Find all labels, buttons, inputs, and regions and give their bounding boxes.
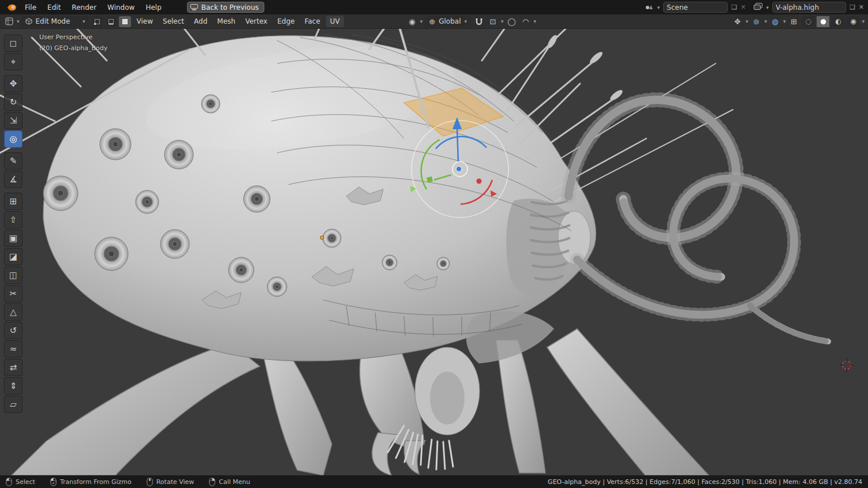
- gizmo-median-dot[interactable]: [457, 167, 462, 172]
- vertex-select-button[interactable]: [91, 16, 103, 27]
- menu-add[interactable]: Add: [190, 16, 211, 27]
- snap-magnet-icon[interactable]: [473, 16, 485, 27]
- scale-icon: ⇲: [10, 115, 17, 126]
- blender-logo-icon[interactable]: [4, 2, 19, 13]
- tool-transform[interactable]: ◎: [4, 130, 23, 148]
- menu-window[interactable]: Window: [102, 2, 140, 13]
- menu-edge[interactable]: Edge: [273, 16, 298, 27]
- editor-type-icon[interactable]: [3, 16, 15, 27]
- tool-add-cube[interactable]: ⊞: [4, 193, 23, 210]
- tool-bevel[interactable]: ◪: [4, 248, 23, 265]
- gizmo-chevron-icon[interactable]: ▾: [746, 18, 749, 24]
- shading-wireframe-button[interactable]: ◌: [802, 16, 814, 27]
- menu-view[interactable]: View: [133, 16, 157, 27]
- proportional-chevron-icon[interactable]: ▾: [534, 18, 537, 24]
- tool-edge-slide[interactable]: ⇄: [4, 359, 23, 376]
- browse-scene-icon[interactable]: [645, 3, 654, 12]
- tool-shrink-fatten[interactable]: ⇕: [4, 377, 23, 395]
- mouse-drag-icon: [50, 478, 57, 486]
- face-select-icon: [122, 18, 128, 25]
- tool-cursor[interactable]: ⌖: [4, 53, 23, 70]
- proportional-falloff-icon[interactable]: ◠: [520, 16, 532, 27]
- tool-knife[interactable]: ✂: [4, 285, 23, 302]
- loop-cut-icon: ◫: [9, 270, 17, 280]
- proportional-editing-icon[interactable]: ◯: [506, 16, 518, 27]
- viewport-3d[interactable]: User Perspective (20) GEO-alpha_Body: [0, 29, 868, 475]
- editor-type-chevron-icon[interactable]: ▾: [17, 18, 20, 24]
- extrude-region-icon: ⇧: [10, 215, 17, 225]
- orientation-label: Global: [439, 17, 461, 25]
- transform-settings-group: ◉ ▾ ⊕ Global ▾ ⊡ ▾ ◯ ◠ ▾: [406, 16, 536, 27]
- blender-logo-svg: [6, 3, 17, 12]
- editor-type-svg: [5, 17, 13, 25]
- hint-rotate-view-label: Rotate View: [156, 478, 194, 486]
- hint-select-label: Select: [16, 478, 35, 486]
- xray-toggle-icon[interactable]: ◍: [769, 16, 781, 27]
- menu-uv[interactable]: UV: [326, 16, 344, 27]
- viewlayer-remove-icon[interactable]: ✕: [859, 4, 864, 10]
- menu-face[interactable]: Face: [301, 16, 324, 27]
- scene-browse-chevron-icon[interactable]: ▾: [657, 5, 660, 10]
- xray-chevron-icon[interactable]: ▾: [783, 18, 786, 24]
- snap-target-icon[interactable]: ⊡: [487, 16, 499, 27]
- scene-unlink-icon[interactable]: ✕: [740, 4, 746, 10]
- menu-vertex[interactable]: Vertex: [241, 16, 272, 27]
- select-box-icon: ◻: [10, 38, 17, 48]
- scene-browse-svg: [645, 3, 654, 10]
- face-select-button[interactable]: [119, 16, 131, 27]
- tool-poly-build[interactable]: △: [4, 303, 23, 321]
- browse-viewlayer-icon[interactable]: [754, 3, 762, 12]
- mode-dropdown[interactable]: Edit Mode ▾: [21, 16, 89, 27]
- tool-extrude-region[interactable]: ⇧: [4, 211, 23, 228]
- transform-icon: ◎: [9, 134, 17, 144]
- back-to-previous-button[interactable]: Back to Previous: [187, 2, 265, 13]
- tool-spin[interactable]: ↺: [4, 322, 23, 339]
- measure-icon: ∡: [9, 174, 17, 185]
- hint-call-menu: Call Menu: [209, 478, 250, 486]
- tool-smooth[interactable]: ≈: [4, 340, 23, 358]
- menu-select[interactable]: Select: [159, 16, 188, 27]
- orientation-dropdown[interactable]: ⊕ Global ▾: [425, 16, 471, 27]
- topbar-right: ▾ Scene ❏ ✕ ▾ V-alpha.high ❏ ✕: [645, 2, 864, 13]
- overlays-chevron-icon[interactable]: ▾: [764, 18, 767, 24]
- scene-stats: GEO-alpha_body | Verts:6/532 | Edges:7/1…: [548, 478, 862, 486]
- tool-rotate[interactable]: ↻: [4, 93, 23, 111]
- overlays-icon[interactable]: ⊚: [750, 16, 762, 27]
- scene-name-field[interactable]: Scene: [663, 2, 728, 13]
- tool-move[interactable]: ✥: [4, 75, 23, 92]
- tool-scale[interactable]: ⇲: [4, 112, 23, 129]
- viewport-grid-icon[interactable]: ⊞: [788, 16, 799, 27]
- tool-inset-faces[interactable]: ▣: [4, 230, 23, 247]
- tool-shear[interactable]: ▱: [4, 396, 23, 413]
- shading-chevron-icon[interactable]: ▾: [862, 18, 865, 24]
- menu-file[interactable]: File: [20, 2, 42, 13]
- scene-copy-icon[interactable]: ❏: [731, 4, 737, 10]
- menu-render[interactable]: Render: [66, 2, 102, 13]
- viewlayer-copy-icon[interactable]: ❏: [850, 4, 855, 10]
- tool-select-box[interactable]: ◻: [4, 35, 23, 52]
- hint-call-menu-label: Call Menu: [219, 478, 250, 486]
- viewport-canvas[interactable]: [0, 29, 868, 475]
- show-gizmo-icon[interactable]: ✥: [732, 16, 743, 27]
- pivot-point-chevron-icon[interactable]: ▾: [420, 18, 423, 24]
- gizmo-x-dot[interactable]: [477, 179, 482, 184]
- shading-material-button[interactable]: ◐: [832, 16, 844, 27]
- hint-transform-gizmo-label: Transform From Gizmo: [60, 478, 132, 486]
- knife-icon: ✂: [10, 288, 17, 299]
- hint-rotate-view: Rotate View: [147, 478, 194, 486]
- menu-edit[interactable]: Edit: [42, 2, 66, 13]
- topbar: File Edit Render Window Help Back to Pre…: [0, 0, 868, 14]
- tool-annotate[interactable]: ✎: [4, 152, 23, 170]
- menu-mesh[interactable]: Mesh: [213, 16, 240, 27]
- viewlayer-name-field[interactable]: V-alpha.high: [772, 2, 846, 13]
- menu-help[interactable]: Help: [140, 2, 166, 13]
- edge-select-button[interactable]: [105, 16, 117, 27]
- viewlayer-browse-chevron-icon[interactable]: ▾: [766, 5, 769, 10]
- shading-solid-button[interactable]: ●: [817, 16, 829, 27]
- tool-loop-cut[interactable]: ◫: [4, 266, 23, 284]
- tool-measure[interactable]: ∡: [4, 171, 23, 188]
- snap-chevron-icon[interactable]: ▾: [501, 18, 504, 24]
- shading-rendered-button[interactable]: ◉: [847, 16, 859, 27]
- poly-build-icon: △: [10, 307, 17, 317]
- pivot-point-icon[interactable]: ◉: [406, 16, 418, 27]
